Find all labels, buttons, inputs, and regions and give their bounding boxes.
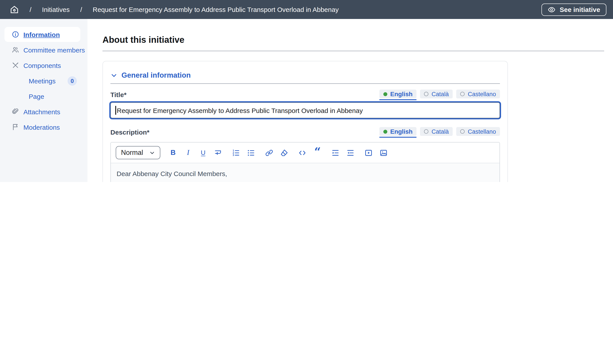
committee-members-icon xyxy=(12,46,19,54)
sidebar-item-label: Moderations xyxy=(23,123,60,131)
empty-circle-icon xyxy=(424,92,428,96)
eye-icon xyxy=(548,5,556,13)
empty-circle-icon xyxy=(460,92,465,96)
breadcrumb-separator: / xyxy=(80,6,82,13)
unordered-list-icon[interactable] xyxy=(246,148,256,157)
main-content: About this initiative General informatio… xyxy=(87,19,613,182)
language-tab-catala[interactable]: Català xyxy=(420,90,453,98)
language-tab-catala[interactable]: Català xyxy=(420,127,453,136)
description-editor-body[interactable]: Dear Abbenay City Council Members, I am … xyxy=(111,163,500,182)
svg-text:3: 3 xyxy=(233,153,234,156)
breadcrumb: / Initiatives / Request for Emergency As… xyxy=(10,5,339,14)
content-shell: Information Committee members xyxy=(0,19,613,182)
sidebar-item-meetings[interactable]: Meetings 0 xyxy=(0,73,87,88)
language-tab-castellano[interactable]: Castellano xyxy=(456,90,500,98)
chevron-down-icon xyxy=(110,72,118,79)
description-paragraph: Dear Abbenay City Council Members, xyxy=(117,168,494,180)
language-tabs: English Català Castellano xyxy=(379,127,500,136)
language-tab-label: Català xyxy=(432,91,449,97)
ordered-list-icon[interactable]: 1 2 3 xyxy=(232,148,241,157)
language-tab-label: English xyxy=(390,91,412,98)
filled-dot-icon xyxy=(383,92,387,96)
indent-decrease-icon[interactable] xyxy=(346,148,355,157)
editor-toolbar: Normal B I U xyxy=(111,143,500,163)
language-tab-castellano[interactable]: Castellano xyxy=(456,127,500,136)
sidebar-item-moderations[interactable]: Moderations xyxy=(0,119,87,135)
link-icon[interactable] xyxy=(265,148,274,157)
chevron-down-icon xyxy=(149,150,155,156)
divider xyxy=(102,51,604,51)
description-label: Description* xyxy=(110,128,150,136)
title-input[interactable]: Request for Emergency Assembly to Addres… xyxy=(110,102,500,118)
sidebar-item-label: Committee members xyxy=(23,46,85,54)
language-tab-label: Castellano xyxy=(468,91,496,97)
sidebar-item-label: Components xyxy=(23,62,61,69)
general-information-toggle[interactable]: General information xyxy=(110,71,500,79)
line-break-icon[interactable] xyxy=(213,148,223,157)
title-input-value: Request for Emergency Assembly to Addres… xyxy=(117,106,363,114)
text-cursor xyxy=(115,106,116,115)
sidebar-item-label: Meetings xyxy=(29,77,56,84)
bold-icon[interactable]: B xyxy=(168,148,178,157)
see-initiative-button[interactable]: See initiative xyxy=(542,3,606,16)
sidebar-item-page[interactable]: Page xyxy=(0,89,87,104)
paragraph-style-select[interactable]: Normal xyxy=(116,146,160,159)
language-tab-english[interactable]: English xyxy=(379,90,416,98)
sidebar-item-attachments[interactable]: Attachments xyxy=(0,104,87,119)
attachment-icon xyxy=(12,108,19,116)
blockquote-icon[interactable]: “ xyxy=(313,148,322,157)
home-gear-icon[interactable] xyxy=(10,5,19,14)
components-icon xyxy=(12,61,19,69)
general-information-card: General information Title* English Catal… xyxy=(102,61,508,182)
see-initiative-label: See initiative xyxy=(560,6,600,13)
code-icon[interactable] xyxy=(298,148,307,157)
divider xyxy=(110,83,500,84)
filled-dot-icon xyxy=(383,130,387,133)
language-tab-label: Castellano xyxy=(468,128,496,135)
language-tab-label: Català xyxy=(432,128,449,135)
sidebar-item-components[interactable]: Components xyxy=(0,58,87,73)
sidebar-item-label: Page xyxy=(29,92,44,100)
page-title: About this initiative xyxy=(102,35,604,45)
language-tab-label: English xyxy=(390,128,412,135)
breadcrumb-current-page: Request for Emergency Assembly to Addres… xyxy=(93,6,339,13)
underline-icon[interactable]: U xyxy=(198,148,208,157)
clear-format-icon[interactable] xyxy=(280,148,289,157)
information-icon xyxy=(12,30,19,38)
indent-increase-icon[interactable] xyxy=(331,148,341,157)
title-label: Title* xyxy=(110,91,126,98)
sidebar-item-label: Attachments xyxy=(23,108,60,115)
section-title: General information xyxy=(122,71,191,79)
language-tabs: English Català Castellano xyxy=(379,90,500,98)
image-icon[interactable] xyxy=(379,148,389,157)
empty-circle-icon xyxy=(424,129,428,134)
breadcrumb-initiatives[interactable]: Initiatives xyxy=(42,6,69,13)
embed-video-icon[interactable] xyxy=(364,148,374,157)
breadcrumb-separator: / xyxy=(30,6,31,13)
sidebar-item-information[interactable]: Information xyxy=(4,27,80,42)
empty-circle-icon xyxy=(460,129,465,134)
language-tab-english[interactable]: English xyxy=(379,127,416,136)
sidebar: Information Committee members xyxy=(0,19,87,182)
meetings-count-badge: 0 xyxy=(68,76,77,85)
italic-icon[interactable]: I xyxy=(183,148,193,157)
sidebar-item-label: Information xyxy=(23,31,60,38)
moderations-icon xyxy=(12,123,19,131)
description-editor: Normal B I U xyxy=(110,142,500,182)
paragraph-style-value: Normal xyxy=(121,149,143,157)
sidebar-item-committee-members[interactable]: Committee members xyxy=(0,42,87,57)
topbar: / Initiatives / Request for Emergency As… xyxy=(0,0,613,19)
app-root: / Initiatives / Request for Emergency As… xyxy=(0,0,613,182)
